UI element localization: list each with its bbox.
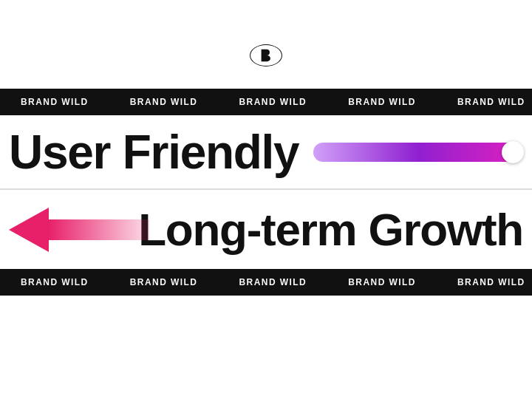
- arrow-head: [9, 208, 49, 252]
- ticker-item: BRAND WILD: [109, 97, 219, 107]
- left-arrow-icon: [9, 208, 123, 252]
- user-friendly-text: User Friendly: [9, 129, 299, 176]
- top-ticker-bar: BRAND WILD BRAND WILD BRAND WILD BRAND W…: [0, 89, 532, 115]
- slider-thumb[interactable]: [502, 141, 524, 163]
- user-friendly-row: User Friendly: [0, 115, 532, 189]
- logo-area: [0, 0, 532, 89]
- longterm-text: Long-term Growth: [138, 207, 523, 253]
- ticker-item: BRAND WILD: [109, 277, 219, 287]
- logo-icon: [259, 48, 273, 63]
- ticker-item: BRAND WILD: [437, 277, 532, 287]
- ticker-item: BRAND WILD: [218, 97, 327, 107]
- ticker-inner-bottom: BRAND WILD BRAND WILD BRAND WILD BRAND W…: [0, 277, 532, 287]
- logo-oval: [250, 44, 282, 66]
- ticker-item: BRAND WILD: [437, 97, 532, 107]
- slider-track[interactable]: [313, 143, 523, 162]
- ticker-item: BRAND WILD: [327, 97, 437, 107]
- longterm-growth-row: Long-term Growth: [0, 189, 532, 269]
- ticker-inner-top: BRAND WILD BRAND WILD BRAND WILD BRAND W…: [0, 97, 532, 107]
- ticker-item: BRAND WILD: [218, 277, 327, 287]
- ticker-item: BRAND WILD: [327, 277, 437, 287]
- ticker-item: BRAND WILD: [0, 97, 109, 107]
- bottom-ticker-bar: BRAND WILD BRAND WILD BRAND WILD BRAND W…: [0, 269, 532, 296]
- ticker-item: BRAND WILD: [0, 277, 109, 287]
- arrow-body: [49, 219, 149, 240]
